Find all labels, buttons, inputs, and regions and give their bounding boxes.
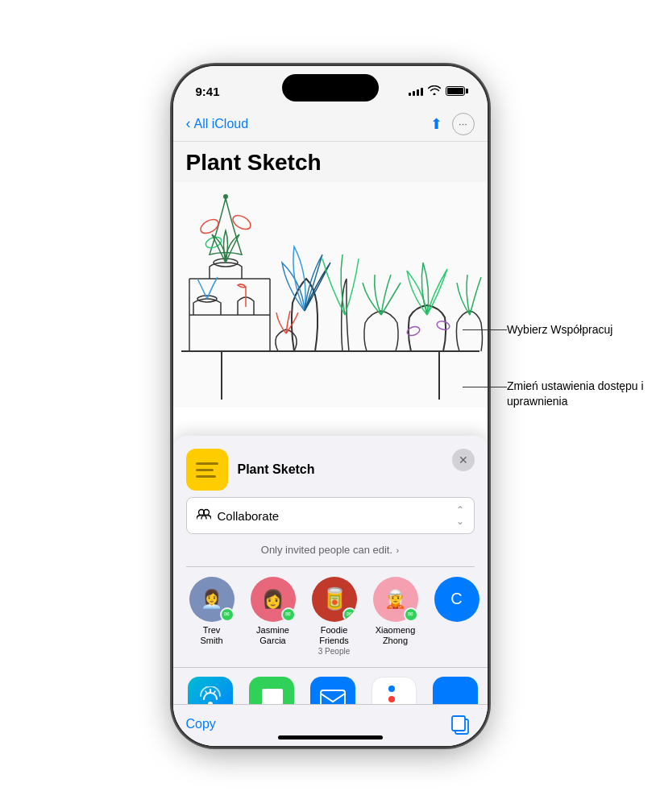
nav-bar: ‹ All iCloud ⬆ ··· [173,106,488,142]
signal-bars-icon [409,86,423,96]
person-foodie[interactable]: 🥫 ✉ Foodie Friends3 People [309,577,360,657]
nav-back-label[interactable]: All iCloud [194,117,249,131]
doc-title: Plant Sketch [186,150,475,176]
access-row[interactable]: Only invited people can edit. › [173,539,488,566]
nav-back-button[interactable]: ‹ All iCloud [186,115,249,132]
person-name-trev: TrevSmith [200,625,222,646]
collaborate-dropdown[interactable]: Collaborate ⌃⌄ [186,497,475,534]
status-time: 9:41 [196,85,220,98]
copy-icon-button[interactable] [446,710,475,739]
share-sheet: Plant Sketch ✕ Collaborate [173,436,488,746]
close-button[interactable]: ✕ [452,449,475,471]
avatar-jasmine: 👩 ✉ [251,577,296,622]
svg-rect-0 [173,182,488,408]
svg-line-20 [205,691,207,694]
person-xiaomeng[interactable]: 🧝 ✉ XiaomengZhong [370,577,421,657]
access-chevron-icon: › [396,545,400,555]
person-more[interactable]: C [431,577,483,657]
svg-line-21 [214,691,215,694]
collaborate-icon [197,508,211,523]
avatar-foodie: 🥫 ✉ [312,577,357,622]
people-row: 👩‍💼 ✉ TrevSmith 👩 ✉ JasmineGarcia [173,567,488,667]
chevron-updown-icon: ⌃⌄ [456,504,464,527]
share-button[interactable]: ⬆ [430,115,442,133]
message-badge-foodie: ✉ [342,607,357,622]
battery-icon [446,86,465,96]
annotation-collaborate: Wybierz Współpracuj [507,322,612,338]
person-name-foodie: Foodie Friends3 People [309,625,360,657]
person-name-xiaomeng: XiaomengZhong [376,625,416,646]
more-button[interactable]: ··· [452,113,475,135]
avatar-more: C [434,577,479,622]
person-name-jasmine: JasmineGarcia [256,625,289,646]
avatar-trev: 👩‍💼 ✉ [189,577,235,622]
svg-rect-24 [452,716,465,731]
message-badge-xiaomeng: ✉ [404,607,418,622]
chevron-left-icon: ‹ [186,115,191,132]
nav-title-area: ⬆ ··· [430,113,475,135]
collaborate-label: Collaborate [218,509,280,523]
phone-frame: 9:41 ‹ All iCloud [173,66,488,746]
share-sheet-header: Plant Sketch ✕ [173,436,488,497]
person-jasmine[interactable]: 👩 ✉ JasmineGarcia [247,577,299,657]
sketch-area [173,182,488,408]
home-indicator [278,735,383,740]
avatar-xiaomeng: 🧝 ✉ [373,577,418,622]
bottom-bar: Copy [173,704,488,746]
copy-button[interactable]: Copy [186,717,216,731]
dynamic-island [282,74,379,102]
status-icons [409,85,465,97]
close-icon: ✕ [459,454,468,466]
annotations: Wybierz Współpracuj Zmień ustawienia dos… [463,322,644,410]
person-trev[interactable]: 👩‍💼 ✉ TrevSmith [186,577,238,657]
share-sheet-title: Plant Sketch [238,462,315,477]
annotation-settings: Zmień ustawienia dostępu i uprawnienia [507,379,644,410]
message-badge-jasmine: ✉ [281,607,296,622]
doc-title-area: Plant Sketch [173,142,488,182]
access-text: Only invited people can edit. [261,544,392,556]
wifi-icon [428,85,441,97]
collaborate-row: Collaborate ⌃⌄ [173,497,488,539]
svg-point-8 [223,194,228,199]
notes-icon [186,449,228,491]
message-badge-trev: ✉ [220,607,235,622]
